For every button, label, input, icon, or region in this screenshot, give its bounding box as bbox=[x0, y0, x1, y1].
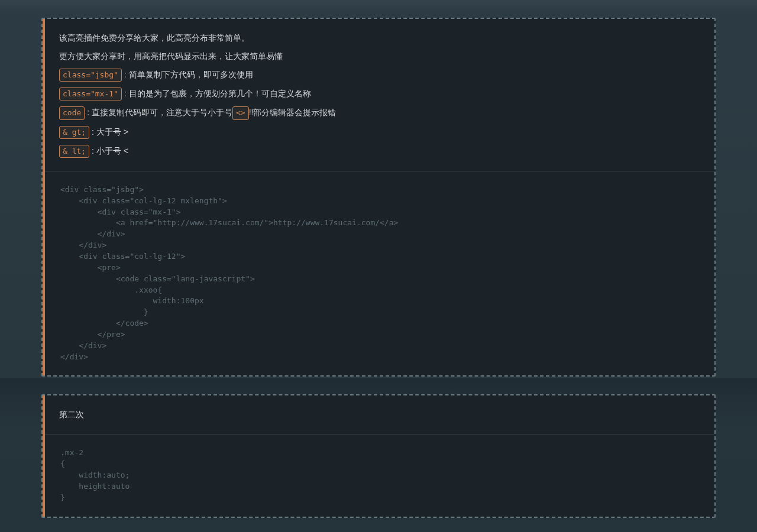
row-mx1: class="mx-1" : 目的是为了包裹，方便划分第几个！可自定义名称 bbox=[59, 87, 700, 100]
code-block-1[interactable]: <div class="jsbg"> <div class="col-lg-12… bbox=[45, 171, 714, 376]
desc-gt: : 大于号 > bbox=[89, 127, 128, 137]
panel-1: 该高亮插件免费分享给大家，此高亮分布非常简单。 更方便大家分享时，用高亮把代码显… bbox=[41, 18, 716, 377]
desc-jsbg: : 简单复制下方代码，即可多次使用 bbox=[122, 70, 253, 79]
tag-mx1: class="mx-1" bbox=[59, 87, 122, 100]
code-block-2[interactable]: .mx-2 { width:auto; height:auto } bbox=[45, 434, 714, 516]
desc-code-b: !!部分编辑器会提示报错 bbox=[249, 108, 337, 117]
panel-2: 第二次 .mx-2 { width:auto; height:auto } bbox=[41, 394, 716, 517]
tag-arrows: <> bbox=[232, 106, 249, 119]
tag-gt: & gt; bbox=[59, 126, 89, 139]
content-wrap: 该高亮插件免费分享给大家，此高亮分布非常简单。 更方便大家分享时，用高亮把代码显… bbox=[0, 18, 757, 518]
row-lt: & lt; : 小于号 < bbox=[59, 145, 700, 158]
panel-2-inner: 第二次 .mx-2 { width:auto; height:auto } bbox=[43, 395, 714, 516]
intro-line-2: 更方便大家分享时，用高亮把代码显示出来，让大家简单易懂 bbox=[59, 50, 700, 63]
desc-mx1: : 目的是为了包裹，方便划分第几个！可自定义名称 bbox=[122, 89, 311, 98]
panel-2-title: 第二次 bbox=[59, 408, 700, 421]
tag-lt: & lt; bbox=[59, 145, 89, 158]
desc-lt: : 小于号 < bbox=[89, 146, 128, 155]
panel-1-header: 该高亮插件免费分享给大家，此高亮分布非常简单。 更方便大家分享时，用高亮把代码显… bbox=[45, 19, 714, 171]
panel-1-inner: 该高亮插件免费分享给大家，此高亮分布非常简单。 更方便大家分享时，用高亮把代码显… bbox=[43, 19, 714, 375]
tag-code: code bbox=[59, 106, 85, 119]
intro-line-1: 该高亮插件免费分享给大家，此高亮分布非常简单。 bbox=[59, 32, 700, 44]
row-jsbg: class="jsbg" : 简单复制下方代码，即可多次使用 bbox=[59, 69, 700, 82]
tag-jsbg: class="jsbg" bbox=[59, 69, 122, 82]
row-gt: & gt; : 大于号 > bbox=[59, 126, 700, 139]
panel-2-header: 第二次 bbox=[45, 395, 714, 434]
row-code: code : 直接复制代码即可，注意大于号小于号<>!!部分编辑器会提示报错 bbox=[59, 106, 700, 119]
desc-code-a: : 直接复制代码即可，注意大于号小于号 bbox=[85, 108, 232, 117]
